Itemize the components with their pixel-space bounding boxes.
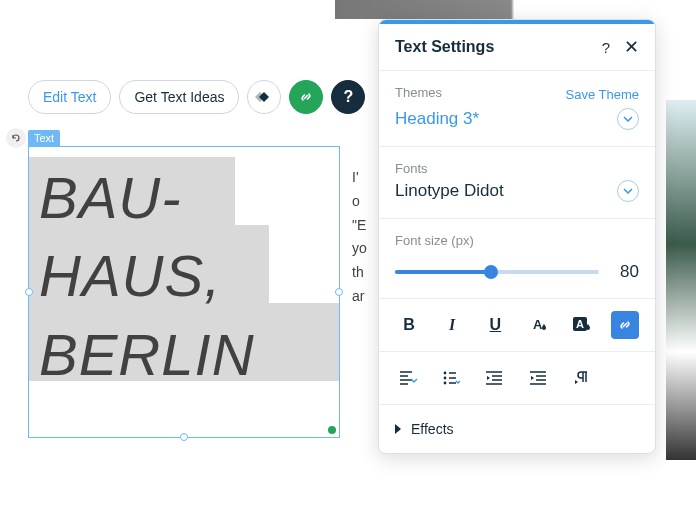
close-icon[interactable]: ✕ bbox=[624, 36, 639, 58]
text-color-button[interactable]: A bbox=[525, 311, 553, 339]
edit-text-button[interactable]: Edit Text bbox=[28, 80, 111, 114]
font-value[interactable]: Linotype Didot bbox=[395, 181, 504, 201]
font-dropdown-icon[interactable] bbox=[617, 180, 639, 202]
bold-button[interactable]: B bbox=[395, 311, 423, 339]
theme-dropdown-icon[interactable] bbox=[617, 108, 639, 130]
fonts-label: Fonts bbox=[395, 161, 639, 176]
undo-icon[interactable] bbox=[6, 128, 26, 148]
indent-increase-button[interactable] bbox=[525, 364, 553, 392]
effects-label: Effects bbox=[411, 421, 454, 437]
fontsize-value[interactable]: 80 bbox=[611, 262, 639, 282]
svg-point-5 bbox=[444, 382, 447, 385]
resize-handle-right[interactable] bbox=[335, 288, 343, 296]
text-content[interactable]: BAU-HAUS,BERLIN bbox=[29, 147, 339, 394]
themes-label: Themes bbox=[395, 85, 442, 100]
resize-handle-bottom[interactable] bbox=[180, 433, 188, 441]
svg-point-3 bbox=[444, 372, 447, 375]
help-button[interactable]: ? bbox=[331, 80, 365, 114]
text-direction-button[interactable] bbox=[568, 364, 596, 392]
text-link-button[interactable] bbox=[611, 311, 639, 339]
fontsize-label: Font size (px) bbox=[395, 233, 639, 248]
effects-section[interactable]: Effects bbox=[379, 405, 655, 453]
get-text-ideas-button[interactable]: Get Text Ideas bbox=[119, 80, 239, 114]
svg-point-4 bbox=[444, 377, 447, 380]
resize-handle-left[interactable] bbox=[25, 288, 33, 296]
themes-section: Themes Save Theme Heading 3* bbox=[379, 71, 655, 147]
status-dot bbox=[328, 426, 336, 434]
highlight-color-button[interactable]: A bbox=[568, 311, 596, 339]
expand-icon bbox=[395, 424, 401, 434]
panel-title: Text Settings bbox=[395, 38, 602, 56]
save-theme-link[interactable]: Save Theme bbox=[566, 87, 639, 102]
text-box[interactable]: BAU-HAUS,BERLIN bbox=[28, 146, 340, 438]
slider-thumb[interactable] bbox=[484, 265, 498, 279]
svg-text:A: A bbox=[576, 318, 584, 330]
adjacent-paragraph: I' o "E yo th ar bbox=[352, 166, 376, 309]
fontsize-section: Font size (px) 80 bbox=[379, 219, 655, 299]
indent-decrease-button[interactable] bbox=[481, 364, 509, 392]
svg-text:A: A bbox=[533, 317, 543, 332]
animation-button[interactable] bbox=[247, 80, 281, 114]
fontsize-slider[interactable] bbox=[395, 270, 599, 274]
fonts-section: Fonts Linotype Didot bbox=[379, 147, 655, 219]
text-toolbar: Edit Text Get Text Ideas ? bbox=[28, 80, 365, 114]
text-settings-panel: Text Settings ? ✕ Themes Save Theme Head… bbox=[378, 19, 656, 454]
theme-value[interactable]: Heading 3* bbox=[395, 109, 479, 129]
align-button[interactable] bbox=[395, 364, 423, 392]
selected-text-element: Text BAU-HAUS,BERLIN bbox=[28, 128, 340, 438]
italic-button[interactable]: I bbox=[438, 311, 466, 339]
underline-button[interactable]: U bbox=[481, 311, 509, 339]
format-row: B I U A A bbox=[379, 299, 655, 352]
paragraph-row bbox=[379, 352, 655, 405]
list-button[interactable] bbox=[438, 364, 466, 392]
link-button[interactable] bbox=[289, 80, 323, 114]
selection-type-label: Text bbox=[28, 130, 60, 146]
panel-help-icon[interactable]: ? bbox=[602, 39, 610, 56]
